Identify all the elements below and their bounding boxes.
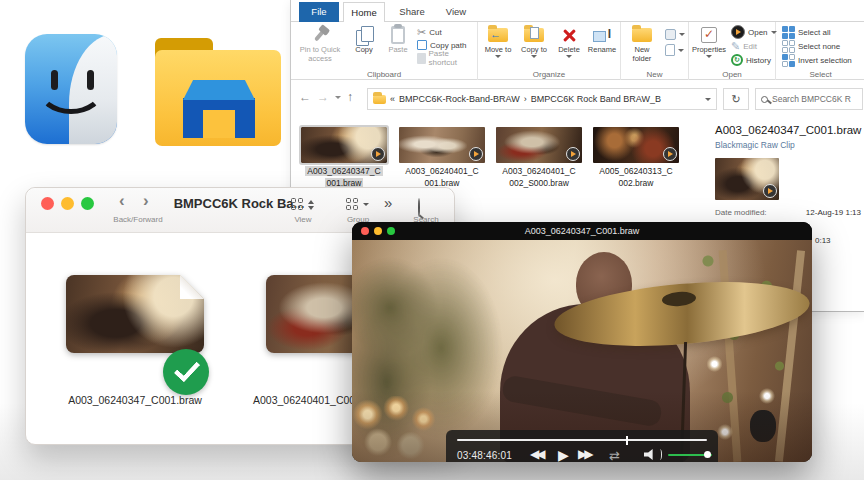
rewind-button[interactable]: ◀◀ bbox=[530, 448, 542, 460]
breadcrumb-root[interactable]: BMPCC6K-Rock-Band-BRAW bbox=[399, 94, 520, 104]
copy-to-icon bbox=[524, 28, 544, 42]
tab-view[interactable]: View bbox=[437, 2, 475, 22]
search-icon bbox=[761, 96, 768, 103]
nav-up-button[interactable]: ↑ bbox=[347, 90, 353, 104]
paste-button[interactable]: Paste bbox=[383, 25, 413, 55]
timecode-display: 03:48:46:01 bbox=[457, 450, 512, 461]
playhead[interactable] bbox=[626, 436, 628, 445]
loop-button[interactable]: ⇄ bbox=[609, 449, 620, 462]
select-all-icon bbox=[782, 26, 795, 39]
select-group-label: Select bbox=[776, 70, 864, 79]
pin-icon bbox=[314, 28, 326, 41]
play-button[interactable]: ▶ bbox=[558, 448, 569, 462]
invert-selection-button[interactable]: Invert selection bbox=[782, 54, 852, 66]
scissors-icon: ✂ bbox=[417, 27, 426, 38]
speaker-icon[interactable] bbox=[644, 449, 656, 460]
copy-path-icon bbox=[417, 40, 427, 50]
date-modified-value: 12-Aug-19 1:13 bbox=[779, 208, 861, 217]
vignette bbox=[352, 240, 812, 462]
braw-play-badge bbox=[371, 147, 385, 161]
new-group-label: New bbox=[621, 70, 688, 79]
address-breadcrumb[interactable]: « BMPCC6K-Rock-Band-BRAW › BMPCC6K Rock … bbox=[367, 88, 717, 110]
select-all-button[interactable]: Select all bbox=[782, 26, 830, 38]
breadcrumb-prefix: « bbox=[390, 94, 395, 104]
refresh-button[interactable]: ↻ bbox=[723, 88, 749, 110]
easy-access-button[interactable] bbox=[665, 44, 684, 56]
new-folder-button[interactable]: New folder bbox=[625, 25, 659, 63]
invert-selection-icon bbox=[782, 54, 795, 67]
fast-forward-button[interactable]: ▶▶ bbox=[578, 448, 590, 460]
grid-view-icon bbox=[291, 198, 304, 211]
move-to-button[interactable]: ← Move to bbox=[482, 25, 514, 58]
folder-icon bbox=[373, 95, 386, 104]
file-name-4: A005_06240313_C002.braw bbox=[590, 165, 682, 189]
file-thumbnail-2[interactable] bbox=[399, 127, 485, 163]
length-value: 0:13 bbox=[815, 236, 831, 245]
more-toolbar-items-button[interactable]: » bbox=[384, 194, 392, 211]
ribbon-group-new: New folder New bbox=[621, 22, 689, 80]
file-name-3: A003_06240401_C002_S000.braw bbox=[493, 165, 585, 189]
minimize-button[interactable] bbox=[61, 197, 74, 210]
file-explorer-app-icon[interactable] bbox=[155, 38, 281, 146]
braw-player-window: A003_06240347_C001.braw 03:48:46: bbox=[352, 222, 812, 462]
move-to-icon: ← bbox=[488, 28, 508, 42]
properties-button[interactable]: ✓ Properties bbox=[691, 25, 727, 58]
group-grid-icon bbox=[346, 198, 359, 211]
file-name-1: A003_06240347_C 001.braw bbox=[298, 165, 390, 189]
composite-screenshot: File Home Share View Pin to Quick access… bbox=[0, 0, 864, 480]
copy-to-button[interactable]: Copy to bbox=[518, 25, 550, 58]
close-button[interactable] bbox=[41, 197, 54, 210]
file-thumbnail-4[interactable] bbox=[593, 127, 679, 163]
copy-button[interactable]: Copy bbox=[349, 25, 379, 55]
copy-icon bbox=[356, 26, 373, 44]
rename-button[interactable]: Rename bbox=[586, 25, 618, 55]
select-none-button[interactable]: Select none bbox=[782, 40, 840, 52]
view-label: View bbox=[281, 215, 325, 224]
open-group-label: Open bbox=[689, 70, 775, 79]
tab-share[interactable]: Share bbox=[391, 2, 433, 22]
video-frame[interactable]: 03:48:46:01 ◀◀ ▶ ▶▶ ⇄ bbox=[352, 240, 812, 462]
sort-chevrons-icon bbox=[308, 200, 314, 210]
nav-forward-button[interactable]: → bbox=[317, 90, 329, 104]
finder-file-name-1: A003_06240347_C001.braw bbox=[50, 394, 220, 406]
details-file-name: A003_06240347_C001.braw bbox=[715, 124, 864, 136]
search-input[interactable] bbox=[772, 94, 857, 104]
player-title-bar: A003_06240347_C001.braw bbox=[352, 222, 812, 240]
nav-history-dropdown[interactable] bbox=[335, 96, 341, 99]
scrub-bar[interactable] bbox=[457, 439, 707, 441]
tab-home[interactable]: Home bbox=[343, 2, 385, 22]
volume-knob[interactable] bbox=[704, 451, 711, 458]
delete-button[interactable]: Delete bbox=[554, 25, 584, 58]
player-window-title: A003_06240347_C001.braw bbox=[352, 226, 812, 236]
volume-slider[interactable] bbox=[668, 454, 712, 457]
green-check-badge bbox=[163, 349, 209, 395]
explorer-search-box[interactable] bbox=[755, 88, 863, 110]
back-forward-label: Back/Forward bbox=[98, 215, 178, 224]
file-name-2: A003_06240401_C001.braw bbox=[396, 165, 488, 189]
forward-button[interactable]: › bbox=[143, 191, 149, 211]
chevron-down-icon bbox=[363, 203, 369, 206]
ribbon: Pin to Quick access Copy Paste ✂ Cut Cop… bbox=[291, 22, 864, 80]
address-dropdown[interactable] bbox=[705, 98, 711, 101]
braw-file-icon-1[interactable] bbox=[66, 275, 204, 353]
back-button[interactable]: ‹ bbox=[119, 191, 125, 211]
nav-back-button[interactable]: ← bbox=[299, 90, 311, 104]
open-button[interactable]: Open bbox=[731, 26, 777, 38]
file-thumbnail-1[interactable] bbox=[301, 127, 387, 163]
ribbon-group-organize: ← Move to Copy to Delete Rename Organize bbox=[478, 22, 621, 80]
view-control[interactable] bbox=[291, 198, 314, 211]
file-thumbnail-3[interactable] bbox=[496, 127, 582, 163]
edit-button[interactable]: ✎ Edit bbox=[731, 40, 757, 52]
cut-button[interactable]: ✂ Cut bbox=[417, 26, 442, 38]
finder-app-icon[interactable] bbox=[25, 34, 117, 144]
group-control[interactable] bbox=[346, 198, 369, 211]
history-button[interactable]: ↻ History bbox=[731, 54, 771, 66]
breadcrumb-current[interactable]: BMPCC6K Rock Band BRAW_B bbox=[531, 94, 661, 104]
braw-play-badge bbox=[763, 184, 777, 198]
speaker-wave-icon bbox=[658, 449, 662, 460]
pin-to-quick-access-button[interactable]: Pin to Quick access bbox=[297, 25, 343, 63]
new-item-button[interactable] bbox=[665, 28, 685, 40]
paste-shortcut-button[interactable]: Paste shortcut bbox=[417, 52, 477, 64]
zoom-button[interactable] bbox=[81, 197, 94, 210]
tab-file[interactable]: File bbox=[299, 2, 339, 22]
